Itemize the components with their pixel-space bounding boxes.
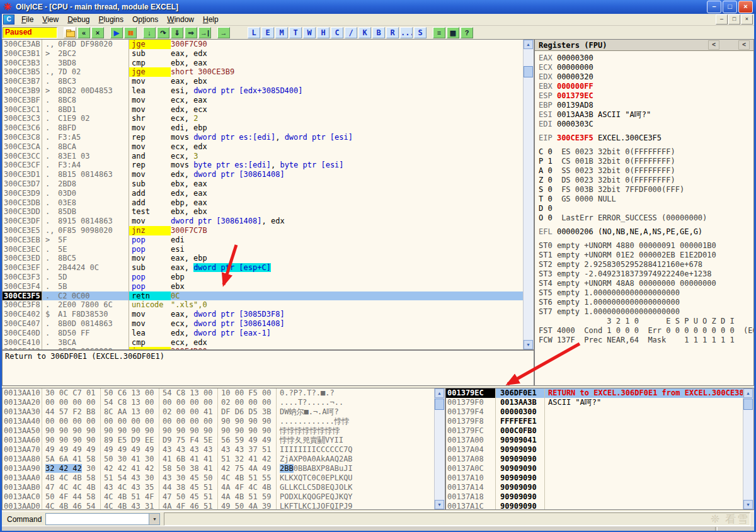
stack-row[interactable]: 00137A0490909090 bbox=[446, 445, 753, 455]
disasm-row[interactable]: 300CE3C3.C1E9 02shrecx, 2 bbox=[3, 114, 524, 123]
pause-button[interactable]: ▮▮ bbox=[124, 27, 137, 38]
disasm-row[interactable]: 300CE3D9.03D0addedx, eax bbox=[3, 189, 524, 198]
scroll-down-icon[interactable]: ▼ bbox=[524, 340, 533, 349]
view-threads-button[interactable]: T bbox=[289, 27, 302, 38]
stack-scrollbar[interactable]: ▲ ▼ bbox=[743, 388, 753, 509]
view-patches-button[interactable]: / bbox=[345, 27, 357, 38]
mdi-restore-button[interactable]: □ bbox=[728, 14, 740, 25]
disasm-scrollbar[interactable]: ▲ ▼ bbox=[523, 40, 534, 349]
dump-row[interactable]: 0013AA1030 0C C7 0150 C6 13 0054 C8 13 0… bbox=[3, 388, 445, 398]
disasm-row[interactable]: 300CE3B3.3BD8cmpebx, eax bbox=[3, 59, 524, 68]
register-line[interactable]: ST2 empty 2.9258305295288412160e+678 bbox=[539, 260, 753, 269]
disasm-row[interactable]: 300CE3C6.8BFDmovedi, ebp bbox=[3, 123, 524, 133]
view-breakpoints-button[interactable]: B bbox=[372, 27, 385, 38]
register-line[interactable]: ST6 empty 1.0000000000000000000 bbox=[539, 298, 753, 307]
register-line[interactable]: FST 4000 Cond 1 0 0 0 Err 0 0 0 0 0 0 0 … bbox=[539, 326, 753, 336]
dropdown-icon[interactable]: ▼ bbox=[149, 514, 159, 524]
disasm-row[interactable]: 300CE3ED.8BC5moveax, ebp bbox=[3, 254, 524, 263]
stack-row[interactable]: 001379F400000300 bbox=[446, 407, 753, 417]
go-to-address-button[interactable]: → bbox=[217, 27, 230, 38]
scroll-down-icon[interactable]: ▼ bbox=[435, 500, 444, 509]
register-line[interactable]: ESI 0013AA3B ASCII "A呵?" bbox=[539, 110, 753, 120]
register-line[interactable]: ST4 empty +UNORM 48A8 00000000 00000000 bbox=[539, 279, 753, 288]
disasm-row[interactable]: 300CE412.,0F8D 0060000jge300F4D00 bbox=[3, 347, 524, 349]
disasm-row[interactable]: 300CE3DB.03E8addebp, eax bbox=[3, 198, 524, 208]
register-line[interactable]: ECX 00000000 bbox=[539, 63, 753, 72]
disasm-row[interactable]: 300CE3CC.83E1 03andecx, 3 bbox=[3, 152, 524, 161]
dump-row[interactable]: 0013AA5090 90 90 9090 90 90 9090 90 90 9… bbox=[3, 426, 445, 436]
menu-debug[interactable]: Debug bbox=[63, 14, 94, 25]
disasm-row[interactable]: 300CE3EF.2B4424 0Csubeax, dword ptr [esp… bbox=[3, 263, 524, 273]
register-line[interactable]: 3 2 1 0 E S P U O Z D I bbox=[539, 317, 753, 326]
disasm-row[interactable]: 300CE3C1.8BD1movedx, ecx bbox=[3, 105, 524, 115]
disasm-row[interactable]: 300CE3E5.,0F85 9098020jnz300F7C7B bbox=[3, 226, 524, 235]
dump-row[interactable]: 0013AA9032 42 42 3042 42 41 4258 50 38 4… bbox=[3, 464, 445, 473]
dump-row[interactable]: 0013AAB047 4C 4C 4B43 4C 43 3544 38 45 5… bbox=[3, 483, 445, 492]
minimize-button[interactable]: – bbox=[707, 1, 721, 13]
disasm-row[interactable]: 300CE3B1>2BC2subeax, edx bbox=[3, 49, 524, 59]
dump-row[interactable]: 0013AA2000 00 00 0054 C8 13 0000 00 00 0… bbox=[3, 398, 445, 407]
animate-into-button[interactable]: ⇓ bbox=[171, 27, 183, 38]
registers-prev-button[interactable]: < bbox=[708, 40, 719, 50]
register-line[interactable]: EBP 00139AD8 bbox=[539, 101, 753, 110]
view-references-button[interactable]: R bbox=[386, 27, 399, 38]
stack-row[interactable]: 00137A1090909090 bbox=[446, 473, 753, 483]
disasm-row[interactable]: 300CE3CA.8BCAmovecx, edx bbox=[3, 142, 524, 152]
dump-row[interactable]: 0013AA6090 90 90 9089 E5 D9 EED9 75 F4 5… bbox=[3, 436, 445, 445]
dump-row[interactable]: 0013AA805A 6A 41 5850 30 41 3041 6B 41 4… bbox=[3, 455, 445, 464]
register-line[interactable]: EAX 00000300 bbox=[539, 54, 753, 63]
disasm-row[interactable]: 300CE3B5.,7D 02jgeshort 300CE3B9 bbox=[3, 67, 524, 77]
registers-prev-button-2[interactable]: < bbox=[738, 40, 750, 50]
menu-help[interactable]: Help bbox=[198, 14, 223, 25]
open-file-button[interactable] bbox=[64, 27, 76, 38]
dump-scrollbar[interactable]: ▲ ▼ bbox=[434, 388, 445, 509]
stack-row[interactable]: 00137A1490909090 bbox=[446, 483, 753, 492]
register-line[interactable]: ST0 empty +UNORM 4880 00000091 000001B0 bbox=[539, 241, 753, 251]
register-line[interactable]: EFL 00000206 (NO,NB,NE,A,NS,PE,GE,G) bbox=[539, 227, 753, 237]
register-line[interactable]: D 0 bbox=[539, 204, 753, 213]
register-line[interactable]: P 1 CS 001B 32bit 0(FFFFFFFF) bbox=[539, 157, 753, 166]
disasm-row[interactable]: 300CE3DF.8915 0814863movdword ptr [30861… bbox=[3, 217, 524, 226]
menu-plugins[interactable]: Plugins bbox=[94, 14, 128, 25]
help-button[interactable]: ? bbox=[461, 27, 473, 38]
register-line[interactable]: S 0 FS 003B 32bit 7FFDF000(FFF) bbox=[539, 185, 753, 195]
mdi-minimize-button[interactable]: – bbox=[716, 14, 728, 25]
register-line[interactable]: ESP 001379EC bbox=[539, 91, 753, 101]
disasm-row[interactable]: 300CE402$A1 F8D38530moveax, dword ptr [3… bbox=[3, 310, 524, 319]
disasm-row[interactable]: 300CE3CF.F3:A4repmovs byte ptr es:[edi],… bbox=[3, 161, 524, 170]
dump-row[interactable]: 0013AA4000 00 00 0000 00 00 0000 00 00 0… bbox=[3, 417, 445, 426]
stack-row[interactable]: 001379EC306DF0E1RETURN to EXCEL.306DF0E1… bbox=[446, 388, 753, 398]
stack-row[interactable]: 001379FC000C0FB0 bbox=[446, 426, 753, 436]
menu-options[interactable]: Options bbox=[128, 14, 163, 25]
register-line[interactable]: ST1 empty +UNORM 01E2 000002EB E1E2D010 bbox=[539, 251, 753, 260]
step-into-button[interactable]: ↓ bbox=[143, 27, 156, 38]
appearance-button[interactable]: ▦ bbox=[447, 27, 459, 38]
disasm-row[interactable]: 300CE3D1.8B15 0814863movedx, dword ptr [… bbox=[3, 170, 524, 179]
view-source-button[interactable]: S bbox=[414, 27, 427, 38]
register-line[interactable]: FCW 137F Prec NEAR,64 Mask 1 1 1 1 1 1 bbox=[539, 336, 753, 345]
disasm-row[interactable]: 300CE3DD.85DBtestebx, ebx bbox=[3, 207, 524, 217]
scroll-up-icon[interactable]: ▲ bbox=[435, 388, 444, 398]
scroll-thumb[interactable] bbox=[435, 399, 444, 410]
disasm-row[interactable]: 300CE410.3BCAcmpecx, edx bbox=[3, 338, 524, 348]
register-line[interactable]: ST3 empty -2.0492318373974922240e+1238 bbox=[539, 269, 753, 279]
dump-row[interactable]: 0013AA7049 49 49 4949 49 49 4943 43 43 4… bbox=[3, 445, 445, 455]
view-list-button[interactable]: ≡ bbox=[433, 27, 445, 38]
register-line[interactable]: ST7 empty 1.0000000000000000000 bbox=[539, 307, 753, 317]
view-callstack-button[interactable]: K bbox=[358, 27, 371, 38]
scroll-up-icon[interactable]: ▲ bbox=[743, 388, 753, 398]
register-line[interactable]: ST5 empty 1.0000000000000000000 bbox=[539, 288, 753, 298]
close-button[interactable]: × bbox=[738, 1, 753, 13]
dump-row[interactable]: 0013AAC050 4F 44 584C 4B 51 4F47 50 45 5… bbox=[3, 492, 445, 502]
cpu-window-icon[interactable]: C bbox=[3, 14, 14, 25]
view-memory-button[interactable]: M bbox=[275, 27, 288, 38]
disasm-row[interactable]: 300CE3C8.F3:A5repmovs dword ptr es:[edi]… bbox=[3, 133, 524, 142]
register-line[interactable]: EIP 300CE3F5 EXCEL.300CE3F5 bbox=[539, 133, 753, 143]
command-input[interactable] bbox=[46, 514, 149, 524]
restart-button[interactable]: « bbox=[77, 27, 90, 38]
stack-row[interactable]: 001379F00013AA3BASCII "A呵?" bbox=[446, 398, 753, 407]
register-line[interactable]: T 0 GS 0000 NULL bbox=[539, 195, 753, 204]
disasm-row[interactable]: 300CE3F5.C2 0C00retn0C bbox=[3, 291, 524, 301]
disasm-row[interactable]: 300CE3F4.5Bpopebx bbox=[3, 282, 524, 291]
register-line[interactable]: C 0 ES 0023 32bit 0(FFFFFFFF) bbox=[539, 147, 753, 157]
